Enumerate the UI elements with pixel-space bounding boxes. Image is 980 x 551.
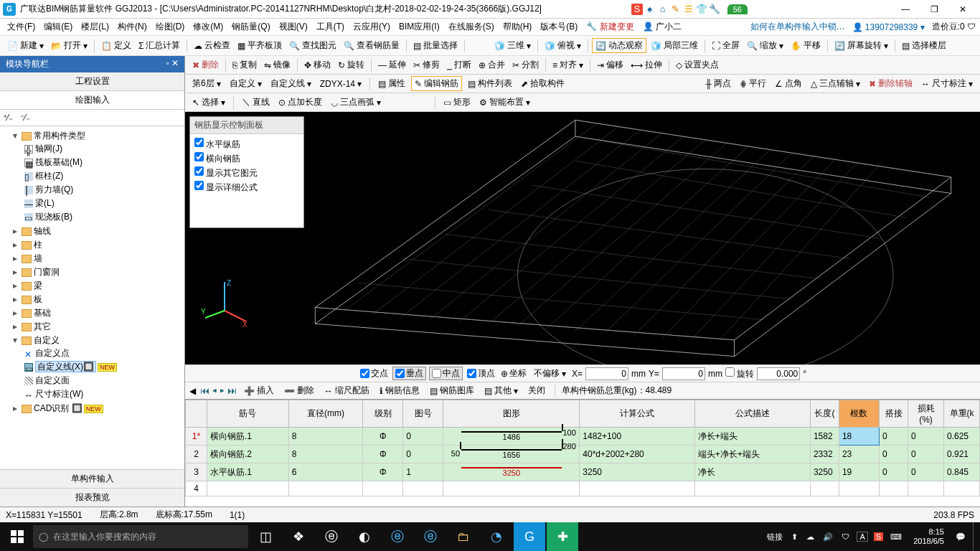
- tb-local3d[interactable]: 🧊 局部三维: [648, 38, 701, 53]
- etb-extend[interactable]: — 延伸: [375, 57, 409, 72]
- tree-item-selected[interactable]: ▭自定义线(X)🔲NEW: [24, 360, 183, 374]
- menu-user[interactable]: 👤 13907298339 ▾: [852, 22, 925, 32]
- task-icon[interactable]: ◫: [250, 522, 281, 551]
- tray-icon[interactable]: 🛡: [840, 532, 851, 541]
- menu-view[interactable]: 视图(V): [276, 19, 311, 34]
- snap-x-input[interactable]: [585, 367, 628, 380]
- th[interactable]: 筋号: [207, 400, 289, 428]
- left-bottom-report[interactable]: 报表预览: [0, 488, 184, 507]
- tb-open[interactable]: 📂 打开 ▾: [48, 38, 90, 53]
- menu-author[interactable]: 👤 广小二: [640, 19, 684, 34]
- tree-item[interactable]: ▯框柱(Z): [24, 169, 183, 183]
- th[interactable]: 直径(mm): [288, 400, 363, 428]
- tree-cat[interactable]: 墙: [13, 252, 183, 265]
- th[interactable]: 计算公式: [580, 400, 694, 428]
- green-badge[interactable]: 56: [727, 4, 748, 14]
- task-icon[interactable]: 🗀: [448, 522, 479, 551]
- ptb-ptang[interactable]: ∠ 点角: [772, 76, 805, 91]
- table-row[interactable]: 3 水平纵筋.16Φ1 32503250净长3250 19000.845: [186, 463, 980, 481]
- task-icon[interactable]: ◔: [481, 522, 512, 551]
- tree-cat[interactable]: 轴线: [13, 225, 183, 238]
- ext-icon[interactable]: 👕: [696, 4, 707, 15]
- ptb-code[interactable]: ZDYX-14 ▾: [317, 77, 364, 90]
- ptb-2pt[interactable]: ╫ 两点: [702, 76, 734, 91]
- th[interactable]: 搭接: [880, 400, 908, 428]
- ptb-3aux[interactable]: △ 三点辅轴 ▾: [808, 76, 863, 91]
- ptb-editreb[interactable]: ✎ 编辑钢筋: [411, 76, 462, 91]
- th[interactable]: 图号: [403, 400, 443, 428]
- ext-icon[interactable]: ⌂: [657, 4, 669, 15]
- gb-scale[interactable]: ↔ 缩尺配筋: [321, 383, 372, 398]
- etb-break[interactable]: ⎯ 打断: [444, 57, 474, 72]
- snap-apex[interactable]: 顶点: [466, 367, 496, 380]
- tree-item[interactable]: ↔尺寸标注(W): [24, 387, 183, 401]
- tb-dynview[interactable]: 🔄 动态观察: [592, 38, 646, 53]
- tray-icon[interactable]: ⌨: [889, 532, 903, 542]
- tb-sum[interactable]: Σ 汇总计算: [136, 38, 183, 53]
- gb-info[interactable]: ℹ 钢筋信息: [377, 383, 423, 398]
- tray-notif[interactable]: 💬: [954, 532, 967, 542]
- menu-coin[interactable]: 造价豆:0 🛡: [932, 21, 976, 33]
- menu-tool[interactable]: 工具(T): [314, 19, 347, 34]
- tb-cloud[interactable]: ☁ 云检查: [191, 38, 233, 53]
- etb-split[interactable]: ✂ 分割: [509, 57, 542, 72]
- gb-other[interactable]: ▤ 其他 ▾: [481, 383, 521, 398]
- tray-sogou[interactable]: S: [874, 532, 883, 541]
- tb-zoom[interactable]: 🔍 缩放 ▾: [744, 38, 786, 53]
- menu-component[interactable]: 构件(N): [115, 19, 150, 34]
- th[interactable]: 公式描述: [694, 400, 810, 428]
- tree-root[interactable]: 常用构件类型 ╬轴网(J) ▦筏板基础(M) ▯框柱(Z) ⎮剪力墙(Q) —梁…: [13, 129, 183, 225]
- menu-tip[interactable]: 如何在单构件输入中锁…: [750, 21, 845, 33]
- menu-file[interactable]: 文件(F): [4, 19, 38, 34]
- left-tab-draw[interactable]: 绘图输入: [0, 91, 184, 110]
- snap-y-input[interactable]: [662, 367, 705, 380]
- tree-cat[interactable]: 柱: [13, 238, 183, 252]
- menu-rebar[interactable]: 钢筋量(Q): [229, 19, 273, 34]
- gb-delete[interactable]: ➖ 删除: [281, 383, 317, 398]
- task-icon-active[interactable]: G: [514, 522, 545, 551]
- menu-cloud[interactable]: 云应用(Y): [350, 19, 393, 34]
- tb-batch[interactable]: ▤ 批量选择: [410, 38, 461, 53]
- tree-item[interactable]: ⎮剪力墙(Q): [24, 183, 183, 197]
- tree-item[interactable]: —梁(L): [24, 197, 183, 210]
- etb-move[interactable]: ✥ 移动: [301, 57, 334, 72]
- tree-cat[interactable]: 梁: [13, 279, 183, 293]
- tb-findreb[interactable]: 🔍 查看钢筋量: [341, 38, 402, 53]
- tb-rot[interactable]: 🔄 屏幕旋转 ▾: [831, 38, 891, 53]
- etb-trim[interactable]: ✂ 修剪: [410, 57, 443, 72]
- 3d-viewport[interactable]: 钢筋显示控制面板 水平纵筋 横向钢筋 显示其它图元 显示详细公式 Z X Y: [185, 112, 980, 364]
- menu-draw[interactable]: 绘图(D): [153, 19, 188, 34]
- menu-bim[interactable]: BIM应用(I): [396, 19, 443, 34]
- etb-offset[interactable]: ⇥ 偏移: [594, 57, 626, 72]
- tb-selfloor[interactable]: ▤ 选择楼层: [899, 38, 949, 53]
- ptb-pick[interactable]: ⬈ 拾取构件: [518, 76, 567, 91]
- th[interactable]: 长度(: [810, 400, 839, 428]
- etb-setclip[interactable]: ◇ 设置夹点: [673, 57, 722, 72]
- left-tab-project[interactable]: 工程设置: [0, 72, 184, 91]
- th[interactable]: 图形: [443, 400, 580, 428]
- task-icon[interactable]: ❖: [283, 522, 314, 551]
- th[interactable]: 损耗(%): [908, 400, 944, 428]
- start-button[interactable]: [3, 522, 32, 551]
- snap-mid[interactable]: 中点: [429, 367, 463, 380]
- task-icon[interactable]: ⓔ: [415, 522, 446, 551]
- task-icon[interactable]: ◐: [349, 522, 380, 551]
- snap-perp[interactable]: 垂点: [392, 367, 426, 380]
- ptb-dim[interactable]: ↔ 尺寸标注 ▾: [918, 76, 976, 91]
- tb-full[interactable]: ⛶ 全屏: [709, 38, 743, 53]
- etb-align[interactable]: ≡ 对齐 ▾: [550, 57, 586, 72]
- tree-custom[interactable]: 自定义 ✕自定义点 ▭自定义线(X)🔲NEW 自定义面 ↔尺寸标注(W): [13, 334, 183, 402]
- ext-icon[interactable]: ♠: [644, 4, 656, 15]
- panel-opt[interactable]: 显示其它图元: [194, 166, 299, 180]
- menu-modify[interactable]: 修改(M): [190, 19, 226, 34]
- grid-collapse[interactable]: ◀: [189, 386, 196, 396]
- ptb-delaux[interactable]: ✖ 删除辅轴: [866, 76, 915, 91]
- menu-version[interactable]: 版本号(B): [537, 19, 580, 34]
- tb-define[interactable]: 📋 定义: [98, 38, 134, 53]
- menu-floor[interactable]: 楼层(L): [78, 19, 112, 34]
- ptb-type[interactable]: 自定义线 ▾: [268, 76, 314, 91]
- left-bottom-single[interactable]: 单构件输入: [0, 469, 184, 488]
- th[interactable]: 单重(k: [944, 400, 980, 428]
- task-icon[interactable]: ✚: [547, 522, 578, 551]
- etb-stretch[interactable]: ⟷ 拉伸: [628, 57, 665, 72]
